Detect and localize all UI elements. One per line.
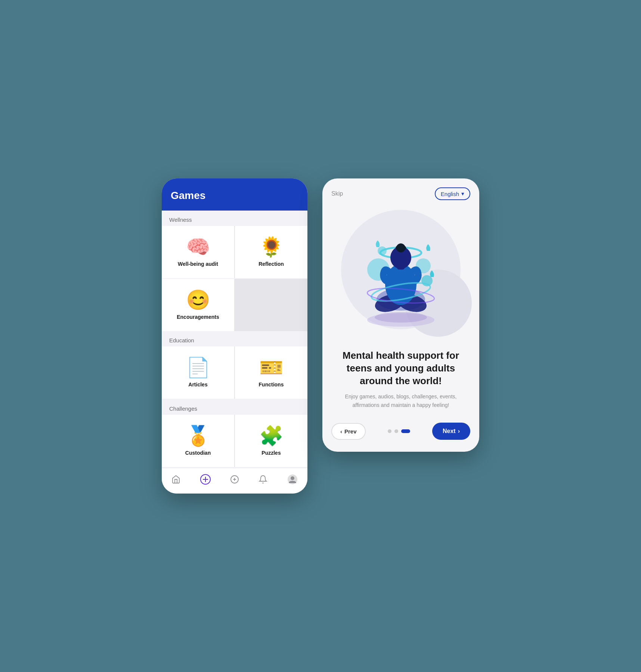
svg-point-19 bbox=[394, 273, 408, 282]
wellness-grid: 🧠 Well-being audit 🌻 Reflection bbox=[162, 226, 307, 278]
next-chevron-icon: › bbox=[458, 428, 460, 435]
onboarding-text-area: Mental health support for teens and youn… bbox=[322, 340, 479, 417]
svg-point-9 bbox=[375, 312, 427, 323]
prev-label: Prev bbox=[344, 428, 357, 435]
articles-icon: 📄 bbox=[186, 358, 210, 377]
well-being-item[interactable]: 🧠 Well-being audit bbox=[162, 226, 234, 278]
well-being-label: Well-being audit bbox=[178, 261, 218, 267]
dot-1 bbox=[388, 429, 391, 433]
svg-point-23 bbox=[396, 245, 406, 251]
education-grid: 📄 Articles 🎫 Functions bbox=[162, 346, 307, 399]
articles-label: Articles bbox=[188, 382, 207, 388]
phone-content: Wellness 🧠 Well-being audit 🌻 Reflection… bbox=[162, 211, 307, 467]
encouragements-label: Encouragements bbox=[177, 314, 219, 320]
puzzles-icon: 🧩 bbox=[259, 426, 284, 445]
reflection-icon: 🌻 bbox=[259, 237, 284, 256]
dot-3-active bbox=[401, 429, 410, 433]
nav-avatar[interactable] bbox=[283, 473, 302, 486]
bottom-nav bbox=[162, 468, 307, 494]
onboarding-subtitle: Enjoy games, audios, blogs, challenges, … bbox=[333, 392, 469, 409]
prev-chevron-icon: ‹ bbox=[340, 428, 342, 435]
meditation-illustration bbox=[349, 217, 453, 329]
reflection-item[interactable]: 🌻 Reflection bbox=[235, 226, 307, 278]
puzzles-label: Puzzles bbox=[261, 450, 281, 456]
encouragements-row: 😊 Encouragements bbox=[162, 279, 307, 331]
nav-home[interactable] bbox=[167, 473, 185, 485]
nav-bell[interactable] bbox=[254, 473, 272, 485]
onboarding-main-title: Mental health support for teens and youn… bbox=[333, 349, 469, 387]
articles-item[interactable]: 📄 Articles bbox=[162, 346, 234, 399]
functions-item[interactable]: 🎫 Functions bbox=[235, 346, 307, 399]
puzzles-item[interactable]: 🧩 Puzzles bbox=[235, 415, 307, 467]
encouragements-item[interactable]: 😊 Encouragements bbox=[162, 279, 234, 331]
challenges-grid: 🏅 Custodian 🧩 Puzzles bbox=[162, 415, 307, 467]
skip-button[interactable]: Skip bbox=[331, 190, 343, 197]
education-label: Education bbox=[162, 331, 307, 346]
custodian-item[interactable]: 🏅 Custodian bbox=[162, 415, 234, 467]
page-title: Games bbox=[171, 190, 205, 201]
illustration-area bbox=[322, 206, 479, 340]
left-phone: Games Wellness 🧠 Well-being audit 🌻 Refl… bbox=[162, 178, 307, 494]
wellness-label: Wellness bbox=[162, 211, 307, 226]
custodian-label: Custodian bbox=[185, 450, 211, 456]
next-button[interactable]: Next › bbox=[432, 423, 470, 440]
next-label: Next bbox=[443, 428, 456, 435]
prev-button[interactable]: ‹ Prev bbox=[331, 423, 366, 440]
language-button[interactable]: English ▾ bbox=[435, 187, 470, 200]
dot-2 bbox=[394, 429, 398, 433]
challenges-label: Challenges bbox=[162, 399, 307, 415]
custodian-icon: 🏅 bbox=[186, 426, 210, 445]
encouragements-icon: 😊 bbox=[186, 290, 210, 309]
right-phone: Skip English ▾ bbox=[322, 178, 479, 452]
functions-label: Functions bbox=[259, 382, 284, 388]
language-label: English bbox=[441, 191, 459, 197]
onboarding-top-bar: Skip English ▾ bbox=[322, 178, 479, 206]
onboarding-bottom-bar: ‹ Prev Next › bbox=[322, 417, 479, 452]
functions-icon: 🎫 bbox=[259, 358, 284, 377]
reflection-label: Reflection bbox=[258, 261, 284, 267]
well-being-icon: 🧠 bbox=[186, 237, 210, 256]
pagination-dots bbox=[388, 429, 410, 433]
chevron-down-icon: ▾ bbox=[461, 190, 464, 197]
nav-add[interactable] bbox=[226, 473, 244, 485]
svg-point-7 bbox=[291, 476, 294, 480]
phone-header: Games bbox=[162, 178, 307, 211]
nav-games[interactable] bbox=[196, 473, 215, 486]
